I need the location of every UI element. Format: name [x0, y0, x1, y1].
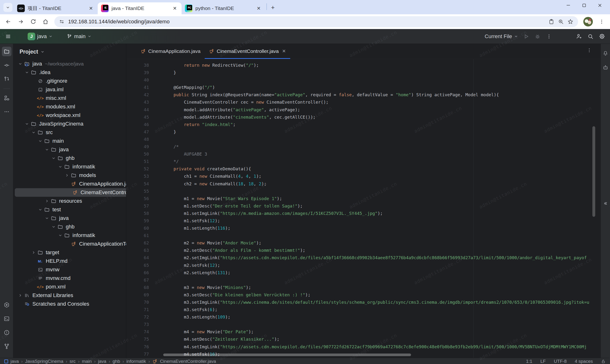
home-button[interactable] [40, 16, 51, 27]
tree-item-workspace-xml[interactable]: </>workspace.xml [13, 111, 126, 120]
code-line[interactable]: 67 [126, 276, 600, 284]
code-line[interactable]: 54 ch2 = new CinemaHall(18, 18, 2); [126, 180, 600, 187]
code-line[interactable]: 69 m3.setDesc("Die kleinen gelben Verrüc… [126, 291, 600, 299]
breadcrumb-item[interactable]: CinemaEventController.java [160, 359, 216, 364]
chevron-down-icon[interactable] [51, 156, 57, 160]
breadcrumb-item[interactable]: src [70, 359, 76, 364]
chevron-down-icon[interactable] [24, 122, 30, 126]
tree-item-test[interactable]: test [13, 205, 126, 214]
clipboard-icon[interactable] [548, 19, 554, 25]
tab-search-button[interactable] [3, 3, 13, 12]
code-line[interactable]: 56 m1 = new Movie("Star Wars Episode 1")… [126, 195, 600, 202]
site-info-icon[interactable] [59, 19, 64, 24]
breadcrumb-item[interactable]: informatik [126, 359, 146, 364]
breadcrumb-item[interactable]: main [82, 359, 92, 364]
code-line[interactable]: 39 } [126, 69, 600, 76]
code-line[interactable]: 74 m4 = new Movie("Der Pate"); [126, 328, 600, 335]
ai-assistant-button[interactable] [601, 64, 610, 71]
tab-close-button[interactable]: ✕ [255, 5, 262, 12]
code-with-me-button[interactable] [574, 32, 584, 41]
run-config-selector[interactable]: Current File [485, 33, 518, 39]
chevron-down-icon[interactable] [17, 62, 23, 66]
breadcrumb-item[interactable]: java [98, 359, 106, 364]
code-line[interactable]: 61 [126, 232, 600, 239]
code-line[interactable]: 43 CinemaEventController cec = new Cinem… [126, 98, 600, 106]
chevron-down-icon[interactable] [37, 208, 43, 212]
main-menu-button[interactable] [3, 32, 13, 41]
code-line[interactable]: 52 private void createDemoData(){ [126, 165, 600, 172]
file-encoding[interactable]: UTF-8 [554, 359, 567, 364]
profile-avatar[interactable] [583, 17, 593, 26]
chevron-right-icon[interactable] [64, 173, 70, 178]
code-line[interactable]: 75 m4.setDesc("Zeitloser Klassiker..."); [126, 335, 600, 343]
code-line[interactable]: 55 [126, 187, 600, 195]
chevron-right-icon[interactable] [44, 199, 50, 203]
breadcrumb-item[interactable]: ghb [113, 359, 120, 364]
code-editor[interactable]: 38 return new RedirectView("/");39 }4041… [126, 59, 600, 358]
line-separator[interactable]: LF [540, 359, 546, 364]
editor-tab-cinemaapplication-java[interactable]: CinemaApplication.java [136, 44, 205, 59]
reload-button[interactable] [28, 16, 39, 27]
tree-item-scratches-and-consoles[interactable]: Scratches and Consoles [13, 300, 126, 308]
search-everywhere-button[interactable] [586, 32, 595, 41]
vertical-scrollbar[interactable] [592, 126, 595, 217]
code-line[interactable]: 42 public String index(@RequestParam(nam… [126, 91, 600, 98]
code-line[interactable]: 65 m2.setFsk(12); [126, 261, 600, 269]
tree-item-pom-xml[interactable]: </>pom.xml [13, 283, 126, 291]
version-control-tool-button[interactable] [2, 342, 12, 351]
tab-close-button[interactable]: ✕ [171, 5, 178, 12]
back-button[interactable] [3, 16, 14, 27]
tree-item-java[interactable]: java [13, 214, 126, 222]
commit-tool-button[interactable] [2, 61, 12, 70]
tree-item-cinemaapplication-java[interactable]: CinemaApplication.java [13, 180, 126, 188]
code-line[interactable]: 64 m2.setImgLink("https://assets.cdn.mov… [126, 254, 600, 261]
code-line[interactable]: 73 [126, 321, 600, 328]
chevron-down-icon[interactable] [51, 225, 57, 229]
close-window-button[interactable] [592, 0, 608, 11]
tree-item-java[interactable]: java [13, 145, 126, 154]
chevron-down-icon[interactable] [57, 165, 63, 169]
code-line[interactable]: 66 m2.setLength(131); [126, 269, 600, 276]
breadcrumb-item[interactable]: java [11, 359, 19, 364]
address-bar[interactable]: 192.168.101.144/ide/web/coding/java/demo [54, 16, 578, 27]
tree-item-java-iml[interactable]: java.iml [13, 85, 126, 94]
code-line[interactable]: 62 m2 = new Movie("Andor Movie"); [126, 239, 600, 247]
code-line[interactable]: 70 m3.setImgLink("https://www.cinema.de/… [126, 299, 600, 306]
tree-item-external-libraries[interactable]: External Libraries [13, 291, 126, 300]
tree-item-mvnw-cmd[interactable]: mvnw.cmd [13, 274, 126, 283]
tree-item-modules-xml[interactable]: </>modules.xml [13, 103, 126, 111]
chevron-down-icon[interactable] [44, 216, 50, 220]
tree-item-javaspringcinema[interactable]: JavaSpringCinema [13, 120, 126, 128]
terminal-tool-button[interactable] [2, 314, 12, 324]
tree-item--gitignore[interactable]: .gitignore [13, 77, 126, 85]
tree-item-help-md[interactable]: M↓HELP.md [13, 257, 126, 265]
tree-item-cinemaeventcontroller-java[interactable]: CinemaEventController.java [15, 188, 126, 197]
code-line[interactable]: 48 [126, 136, 600, 143]
project-panel-header[interactable]: Project [13, 44, 126, 60]
chevron-right-icon[interactable] [30, 250, 37, 255]
more-actions-button[interactable] [544, 32, 554, 41]
url-text[interactable]: 192.168.101.144/ide/web/coding/java/demo [68, 19, 545, 25]
code-line[interactable]: 51 */ [126, 158, 600, 165]
code-line[interactable]: 59 m1.setFsk(12); [126, 217, 600, 224]
code-line[interactable]: 45 model.addAttribute("cinemaEvents", ce… [126, 113, 600, 121]
code-line[interactable]: 76 m4.setImgLink("https://assets.cdn.mov… [126, 343, 600, 351]
code-line[interactable]: 58 m1.setImgLink("https://m.media-amazon… [126, 210, 600, 217]
tree-item-ghb[interactable]: ghb [13, 222, 126, 231]
browser-menu-button[interactable] [596, 16, 607, 27]
tree-item-target[interactable]: target [13, 248, 126, 257]
tree-item--idea[interactable]: .idea [13, 68, 126, 77]
code-line[interactable]: 68 m3 = new Movie("Minions"); [126, 284, 600, 291]
project-tool-button[interactable] [2, 47, 12, 56]
code-line[interactable]: 57 m1.setDesc("Der erste Teil der tollen… [126, 202, 600, 210]
chevron-right-icon[interactable] [17, 293, 23, 298]
code-line[interactable]: 40 [126, 76, 600, 84]
chevron-down-icon[interactable] [37, 139, 43, 143]
collapse-panel-button[interactable] [601, 200, 610, 207]
new-tab-button[interactable]: + [269, 3, 277, 12]
code-line[interactable]: 72 m3.setLength(109); [126, 313, 600, 321]
tree-item-src[interactable]: src [13, 128, 126, 137]
code-line[interactable]: 44 model.addAttribute("activePage", acti… [126, 106, 600, 113]
tree-item-ghb[interactable]: ghb [13, 154, 126, 162]
settings-button[interactable] [597, 32, 607, 41]
